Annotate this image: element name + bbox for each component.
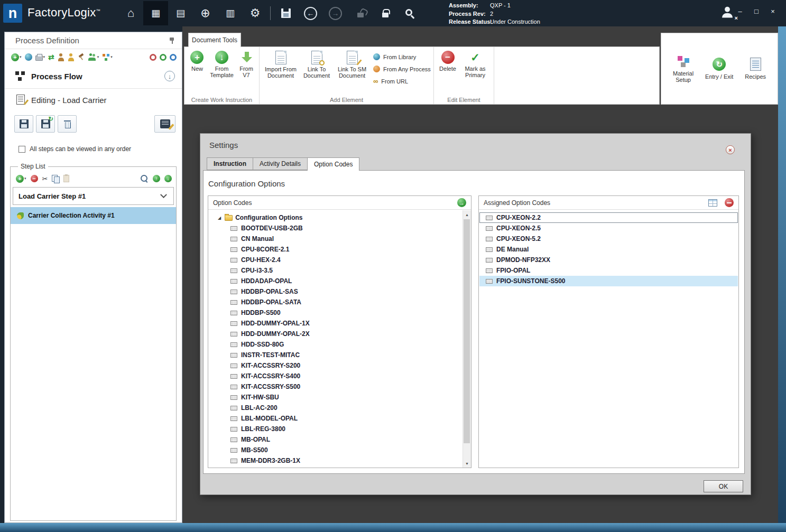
assigned-option-item[interactable]: FPIO-SUNSTONE-S500 [479, 276, 738, 286]
scrollbar-thumb[interactable] [464, 219, 470, 443]
move-up-button[interactable]: ↑ [153, 175, 160, 182]
collapse-button[interactable]: ↓ [164, 71, 175, 81]
save-step-button[interactable] [14, 115, 33, 133]
delete-step-button[interactable] [58, 115, 77, 133]
configuration-options-root[interactable]: ◢ Configuration Options [208, 212, 462, 223]
option-code-item[interactable]: KIT-ACCSSRY-S400 [208, 371, 462, 381]
settings-button[interactable]: ⚙ [243, 1, 267, 25]
option-code-item[interactable]: CN Manual [208, 234, 462, 244]
option-code-item[interactable]: HDD-DUMMY-OPAL-1X [208, 318, 462, 329]
unlock-button[interactable] [348, 1, 373, 25]
option-codes-scrollbar[interactable]: ▲ ▼ [463, 210, 471, 468]
option-code-item[interactable]: KIT-ACCSSRY-S200 [208, 360, 462, 371]
save-button[interactable] [273, 1, 298, 25]
option-code-item[interactable]: CPU-i3-3.5 [208, 265, 462, 276]
tools-button[interactable] [78, 53, 85, 61]
option-code-item[interactable]: MB-OPAL [208, 434, 462, 445]
cut-button[interactable]: ✂ [42, 175, 48, 183]
option-code-item[interactable]: LBL-REG-3800 [208, 424, 462, 434]
activity-row-selected[interactable]: Carrier Collection Activity #1 [11, 207, 176, 224]
dialog-close-button[interactable]: × [726, 145, 735, 154]
assigned-option-item[interactable]: CPU-XEON-2.2 [479, 212, 738, 223]
export-step-button[interactable]: ↻ [36, 115, 55, 133]
add-step-button[interactable]: +▾ [16, 175, 26, 183]
assign-option-button[interactable]: → [457, 198, 466, 207]
status-red-button[interactable] [150, 54, 156, 61]
lock-button[interactable] [373, 1, 397, 25]
option-code-item[interactable]: HDD-SSD-80G [208, 339, 462, 350]
entry-exit-button[interactable]: ↻ Entry / Exit [705, 58, 733, 80]
hierarchy-button[interactable]: ▾ [102, 53, 113, 61]
option-code-item[interactable]: LBL-AC-200 [208, 403, 462, 413]
home-button[interactable]: ⌂ [118, 1, 143, 25]
option-code-item[interactable]: INSTR-TEST-MITAC [208, 350, 462, 360]
option-code-item[interactable]: BOOTDEV-USB-2GB [208, 223, 462, 234]
from-library-button[interactable]: From Library [373, 52, 431, 62]
move-down-button[interactable]: ↓ [164, 175, 172, 182]
sync-button[interactable]: ⇄ [48, 53, 54, 61]
team-button[interactable]: ▾ [88, 53, 99, 61]
new-button[interactable]: + New [186, 49, 208, 72]
operator-button[interactable] [58, 53, 64, 61]
material-setup-button[interactable]: Material Setup [673, 55, 693, 83]
scroll-up-button[interactable]: ▲ [463, 210, 471, 219]
user-role-button[interactable] [68, 53, 75, 61]
option-code-item[interactable]: HDDBP-S500 [208, 307, 462, 318]
assigned-option-item[interactable]: CPU-XEON-5.2 [479, 234, 738, 244]
user-button[interactable]: × [720, 5, 736, 21]
paste-button[interactable] [63, 175, 69, 182]
status-green-button[interactable] [160, 54, 167, 61]
assigned-option-item[interactable]: FPIO-OPAL [479, 265, 738, 276]
edit-step-button[interactable] [154, 115, 175, 133]
mark-as-primary-button[interactable]: ✓ Mark as Primary [460, 49, 491, 78]
pin-icon[interactable] [169, 38, 175, 44]
option-code-item[interactable]: HDDADAP-OPAL [208, 276, 462, 286]
forward-button[interactable]: → [323, 1, 348, 25]
remove-assigned-button[interactable] [725, 198, 734, 207]
close-button[interactable]: × [769, 7, 776, 15]
navigator-button[interactable]: ⊕ [193, 1, 218, 25]
copy-button[interactable] [52, 175, 59, 183]
link-to-document-button[interactable]: Link To Document [300, 49, 333, 79]
option-code-item[interactable]: LBL-MODEL-OPAL [208, 413, 462, 424]
scroll-down-button[interactable]: ▼ [463, 459, 471, 468]
dialog-tab[interactable]: Option Codes [307, 157, 359, 171]
from-any-process-button[interactable]: From Any Process [373, 64, 431, 74]
maximize-button[interactable]: □ [753, 7, 760, 15]
recipes-button[interactable]: Recipes [745, 58, 766, 80]
link-to-sm-document-button[interactable]: Link To SM Document [333, 49, 371, 79]
import-from-document-button[interactable]: Import From Document [261, 49, 300, 79]
option-code-item[interactable]: CPU-8CORE-2.1 [208, 244, 462, 255]
option-code-item[interactable]: KIT-ACCSSRY-S500 [208, 381, 462, 392]
ribbon-tab-document-tools[interactable]: Document Tools [188, 33, 241, 47]
step-header[interactable]: Load Carrier Step #1 [13, 187, 174, 205]
minimize-button[interactable]: – [736, 7, 744, 15]
from-url-button[interactable]: ∞ From URL [373, 76, 431, 86]
assigned-option-item[interactable]: DPMOD-NFP32XX [479, 255, 738, 265]
dialog-tab[interactable]: Instruction [207, 157, 253, 170]
copy-pages-button[interactable]: ▥ [218, 1, 243, 25]
expander-icon[interactable]: ◢ [218, 216, 221, 220]
option-code-item[interactable]: MB-S500 [208, 445, 462, 455]
option-code-item[interactable]: CPU-HEX-2.4 [208, 255, 462, 265]
assigned-option-item[interactable]: CPU-XEON-2.5 [479, 223, 738, 234]
dialog-tab[interactable]: Activity Details [253, 157, 308, 170]
print-button[interactable]: ▾ [35, 53, 45, 61]
any-order-checkbox[interactable] [19, 146, 25, 153]
add-button[interactable]: +▾ [11, 53, 22, 61]
zoom-button[interactable] [141, 175, 149, 183]
from-v7-button[interactable]: From V7 [235, 49, 257, 78]
back-button[interactable]: ← [298, 1, 323, 25]
remove-step-button[interactable]: − [31, 175, 38, 182]
process-definition-button[interactable]: ▦ [143, 1, 168, 25]
globe-button[interactable] [25, 53, 32, 61]
option-code-item[interactable]: KIT-HW-SBU [208, 392, 462, 403]
option-code-item[interactable]: HDD-DUMMY-OPAL-2X [208, 329, 462, 339]
option-code-item[interactable]: MEM-DDR3-2GB-1X [208, 455, 462, 466]
ok-button[interactable]: OK [704, 480, 743, 492]
search-button[interactable] [397, 1, 422, 25]
option-code-item[interactable]: HDDBP-OPAL-SAS [208, 286, 462, 297]
status-blue-button[interactable] [170, 54, 177, 61]
documents-button[interactable]: ▤ [168, 1, 193, 25]
option-code-item[interactable]: HDDBP-OPAL-SATA [208, 297, 462, 307]
